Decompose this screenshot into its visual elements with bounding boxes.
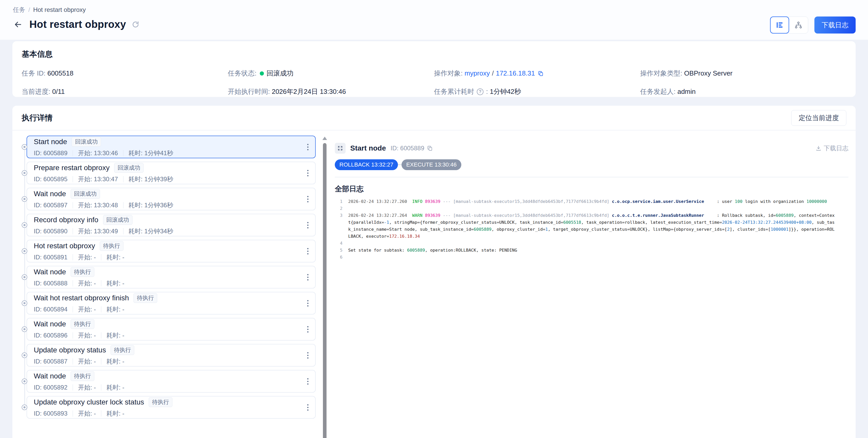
task-duration: 耗时: - [106, 409, 124, 418]
task-status-badge: 回滚成功 [114, 163, 144, 173]
task-start-time: 开始: 13:30:46 [78, 149, 118, 157]
task-duration: 耗时: 1分钟36秒 [129, 201, 173, 209]
info-field-value: 1分钟42秒 [490, 87, 521, 96]
log-segment: --- [manual-subtask-executor15,3dd48dfde… [440, 199, 612, 204]
task-duration: 耗时: 1分钟34秒 [129, 227, 173, 235]
timeline-marker [22, 196, 27, 202]
log-line-content: Set state for subtask: 6005889, operatio… [348, 247, 835, 254]
task-title-row: Hot restart obproxy待执行 [34, 241, 304, 251]
task-id: ID: 6005896 [34, 332, 67, 339]
task-card-6005889[interactable]: Start node回滚成功ID: 6005889开始: 13:30:46耗时:… [27, 136, 316, 158]
task-card-6005895[interactable]: Prepare restart obproxy回滚成功ID: 6005895开始… [27, 162, 316, 184]
task-name: Wait node [34, 372, 66, 380]
info-field-label: 任务状态 [228, 69, 255, 78]
tree-view-icon [795, 21, 802, 29]
task-name: Update obproxy cluster lock status [34, 398, 144, 406]
log-segment: --- [manual-subtask-executor15,3dd48dfde… [440, 213, 612, 218]
info-field-任务累计耗时: 任务累计耗时?: 1分钟42秒 [434, 87, 640, 96]
log-segment: 2 [727, 227, 730, 232]
task-card-6005894[interactable]: Wait hot restart obproxy finish待执行ID: 60… [27, 292, 316, 315]
more-menu-button[interactable] [304, 375, 312, 388]
more-menu-button[interactable] [304, 245, 312, 258]
task-meta: ID: 6005888开始: -耗时: - [34, 279, 304, 287]
log-line-number: 3 [335, 212, 342, 240]
info-field-任务发起人: 任务发起人: admin [640, 87, 846, 96]
task-start-time: 开始: - [78, 383, 96, 391]
view-toggle [770, 17, 808, 33]
task-duration: 耗时: - [106, 331, 124, 340]
copy-subtask-id-button[interactable] [427, 145, 433, 151]
task-card-main: Wait hot restart obproxy finish待执行ID: 60… [34, 293, 304, 314]
task-card-6005890[interactable]: Record obproxy info回滚成功ID: 6005890开始: 13… [27, 214, 316, 236]
task-meta: ID: 6005893开始: -耗时: - [34, 409, 304, 418]
fullscreen-icon [337, 145, 343, 151]
more-menu-button[interactable] [304, 401, 312, 414]
task-id: ID: 6005894 [34, 306, 67, 313]
scroll-up-arrow-icon[interactable] [322, 137, 327, 140]
more-menu-button[interactable] [304, 141, 312, 153]
task-status-badge: 回滚成功 [71, 189, 100, 199]
task-card-6005896[interactable]: Wait node待执行ID: 6005896开始: -耗时: - [27, 318, 316, 341]
more-menu-button[interactable] [304, 297, 312, 310]
download-logs-button[interactable]: 下载日志 [814, 17, 856, 33]
more-menu-button[interactable] [304, 193, 312, 205]
more-menu-button[interactable] [304, 271, 312, 284]
task-card-6005891[interactable]: Hot restart obproxy待执行ID: 6005891开始: -耗时… [27, 240, 316, 262]
refresh-button[interactable] [132, 21, 140, 28]
log-line: 32026-02-24 13:32:27.264 WARN 893639 ---… [335, 212, 852, 240]
more-menu-button[interactable] [304, 349, 312, 362]
task-id: ID: 6005891 [34, 254, 67, 261]
task-row: Update obproxy cluster lock status待执行ID:… [22, 396, 316, 419]
task-card-6005893[interactable]: Update obproxy cluster lock status待执行ID:… [27, 396, 316, 419]
help-icon[interactable]: ? [477, 88, 484, 95]
info-field-colon: : [49, 88, 52, 96]
log-segment: 6005889 [407, 248, 425, 253]
task-start-time: 开始: - [78, 253, 96, 261]
more-menu-button[interactable] [304, 323, 312, 335]
view-toggle-list-button[interactable] [770, 17, 789, 33]
task-card-6005892[interactable]: Wait node待执行ID: 6005892开始: -耗时: - [27, 370, 316, 392]
meta-separator [101, 410, 101, 417]
more-menu-button[interactable] [304, 167, 312, 179]
locate-progress-button[interactable]: 定位当前进度 [791, 110, 846, 126]
log-segment: -1 [384, 220, 389, 225]
copy-target-button[interactable] [537, 70, 544, 77]
log-viewer: 12026-02-24 13:32:27.260 INFO 893639 ---… [335, 198, 852, 261]
info-field-colon: : [268, 88, 272, 96]
task-duration: 耗时: - [106, 253, 124, 261]
expand-button[interactable] [335, 143, 346, 154]
log-line-number: 2 [335, 205, 342, 212]
list-view-icon [776, 21, 783, 29]
log-segment: 10000000 [806, 199, 827, 204]
log-segment: ], cluster_ids=[ [730, 227, 771, 232]
view-toggle-flow-button[interactable] [789, 17, 808, 33]
timeline-marker [22, 352, 27, 358]
info-field-label: 操作对象类型 [640, 69, 680, 78]
target-link-172.16.18.31[interactable]: 172.16.18.31 [496, 69, 535, 77]
scrollbar-thumb[interactable] [323, 143, 327, 438]
log-segment: : user [704, 199, 735, 204]
task-card-6005887[interactable]: Update obproxy status待执行ID: 6005887开始: -… [27, 344, 316, 367]
download-subtask-log-link[interactable]: 下载日志 [815, 144, 848, 152]
download-logs-button-label: 下载日志 [822, 21, 848, 30]
task-card-main: Wait node待执行ID: 6005888开始: -耗时: - [34, 267, 304, 287]
timeline-marker [22, 378, 27, 384]
task-status-badge: 待执行 [149, 397, 173, 407]
timeline-marker [22, 248, 27, 254]
task-card-6005897[interactable]: Wait node回滚成功ID: 6005897开始: 13:30:48耗时: … [27, 188, 316, 210]
task-name: Prepare restart obproxy [34, 164, 110, 172]
task-meta: ID: 6005889开始: 13:30:46耗时: 1分钟41秒 [34, 149, 304, 157]
task-meta: ID: 6005891开始: -耗时: - [34, 253, 304, 261]
task-name: Wait node [34, 268, 66, 276]
task-row: Wait node待执行ID: 6005892开始: -耗时: - [22, 370, 316, 392]
log-segment: 6005889 [776, 213, 794, 218]
log-segment: 893639 [425, 199, 440, 204]
log-line-content [348, 254, 835, 261]
log-segment [423, 213, 425, 218]
task-row: Record obproxy info回滚成功ID: 6005890开始: 13… [22, 214, 316, 236]
more-menu-button[interactable] [304, 219, 312, 232]
task-card-6005888[interactable]: Wait node待执行ID: 6005888开始: -耗时: - [27, 266, 316, 289]
back-button[interactable] [12, 19, 24, 30]
breadcrumb-tasks-link[interactable]: 任务 [13, 6, 25, 14]
target-link-myproxy[interactable]: myproxy [464, 69, 490, 77]
